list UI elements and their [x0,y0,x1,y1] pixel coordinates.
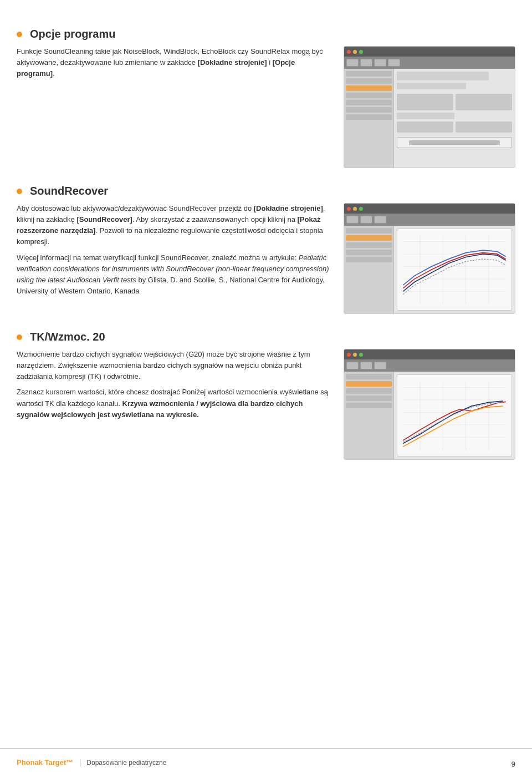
toolbar-btn-sr-3 [374,216,386,224]
app-dot-yellow-2 [353,207,357,211]
page-content: Opcje programu Funkcje SoundCleaning tak… [0,0,532,504]
soundrecover-graph [397,229,512,311]
tk-sidebar-item-2-active [346,381,392,387]
sidebar-item-4 [346,93,392,98]
soundrecover-paragraph-2: Więcej informacji na temat weryfikacji f… [17,252,332,297]
footer-logo: Phonak Target™ [17,758,75,767]
page-footer: Phonak Target™ Dopasowanie pediatryczne … [0,748,532,776]
section-title-opcje: Opcje programu [30,28,115,40]
toolbar-btn-1 [346,59,359,67]
soundrecover-screenshot-col [344,203,515,314]
toolbar-btn-sr-2 [360,216,372,224]
app-body-2 [344,226,515,313]
toolbar-btn-tk-1 [346,362,359,369]
section-bullet-soundrecover [17,189,22,194]
app-dot-green-1 [359,50,363,54]
app-body-3 [344,372,515,459]
app-dot-red-1 [347,50,351,54]
app-sidebar-2 [344,226,394,313]
tk-sidebar-item-1 [346,374,392,379]
section-bullet-opcje [17,32,22,37]
app-dot-yellow-3 [353,353,357,357]
sidebar-item-2 [346,78,392,84]
app-main-2 [394,226,515,313]
soundrecover-text: Aby dostosować lub aktywować/dezaktywowa… [17,203,332,314]
app-dot-red-3 [347,353,351,357]
tk-screenshot-col [344,349,515,460]
toolbar-btn-sr-1 [346,216,359,224]
opcje-screenshot-col [344,46,515,168]
tk-sidebar-item-5 [346,403,392,408]
app-main-3 [394,372,515,459]
tk-graph [397,374,512,457]
footer-subtitle: Dopasowanie pediatryczne [86,759,166,767]
app-body-1 [344,69,515,168]
footer-left: Phonak Target™ Dopasowanie pediatryczne [17,758,166,767]
soundrecover-screenshot [344,203,515,314]
tk-paragraph-1: Wzmocnienie bardzo cichych sygnałów wejś… [17,349,332,382]
soundrecover-paragraph-1: Aby dostosować lub aktywować/dezaktywowa… [17,203,332,248]
sidebar-item-5 [346,100,392,105]
sidebar-item-6 [346,107,392,113]
toolbar-btn-tk-2 [360,362,372,369]
app-titlebar-3 [344,349,515,359]
app-toolbar-2 [344,214,515,226]
app-sidebar-1 [344,69,394,168]
app-dot-yellow-1 [353,50,357,54]
tk-paragraph-2: Zaznacz kursorem wartości, które chcesz … [17,387,332,420]
sidebar-item-1 [346,71,392,77]
sr-sidebar-item-2-active [346,235,392,241]
toolbar-btn-2 [360,59,372,67]
opcje-paragraph-1: Funkcje SoundCleaning takie jak NoiseBlo… [17,46,332,79]
app-dot-green-2 [359,207,363,211]
tk-layout: Wzmocnienie bardzo cichych sygnałów wejś… [17,349,515,460]
section-header-tk: TK/Wzmoc. 20 [17,331,515,343]
app-dot-red-2 [347,207,351,211]
section-header-opcje: Opcje programu [17,28,515,40]
app-titlebar-1 [344,47,515,57]
section-header-soundrecover: SoundRecover [17,185,515,197]
section-bullet-tk [17,334,22,340]
tk-sidebar-item-3 [346,388,392,394]
app-toolbar-1 [344,57,515,69]
opcje-text: Funkcje SoundCleaning takie jak NoiseBlo… [17,46,332,168]
toolbar-btn-3 [374,59,386,67]
sr-sidebar-item-1 [346,228,392,234]
sr-sidebar-item-5 [346,257,392,262]
soundrecover-layout: Aby dostosować lub aktywować/dezaktywowa… [17,203,515,314]
tk-text: Wzmocnienie bardzo cichych sygnałów wejś… [17,349,332,460]
app-sidebar-3 [344,372,394,459]
sr-sidebar-item-3 [346,242,392,248]
tk-svg [397,375,511,456]
app-dot-green-3 [359,353,363,357]
app-toolbar-3 [344,359,515,372]
tk-screenshot [344,349,515,460]
sr-sidebar-item-4 [346,250,392,255]
toolbar-btn-4 [388,59,400,67]
sidebar-item-7 [346,114,392,120]
footer-logo-text: Phonak Target™ [17,758,73,767]
opcje-screenshot [344,46,515,168]
section-title-soundrecover: SoundRecover [30,185,108,197]
toolbar-btn-tk-3 [374,362,386,369]
soundrecover-svg [397,229,511,310]
footer-divider [80,759,80,767]
section-title-tk: TK/Wzmoc. 20 [30,331,105,343]
app-main-1 [394,69,515,168]
tk-sidebar-item-4 [346,395,392,401]
footer-page-number: 9 [511,760,515,768]
sidebar-item-3-active [346,85,392,91]
opcje-layout: Funkcje SoundCleaning takie jak NoiseBlo… [17,46,515,168]
app-titlebar-2 [344,204,515,214]
